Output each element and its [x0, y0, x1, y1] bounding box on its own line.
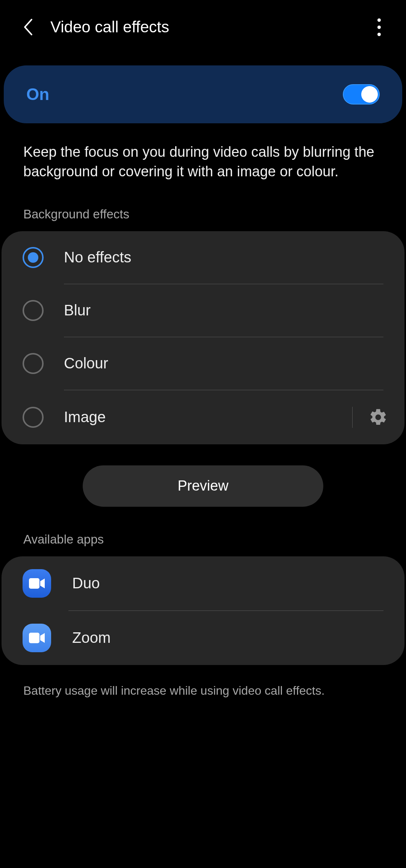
footer-note: Battery usage will increase while using … [0, 665, 406, 698]
back-button[interactable] [20, 20, 35, 35]
available-apps-card: Duo Zoom [2, 556, 404, 665]
radio-row-colour[interactable]: Colour [2, 337, 404, 390]
radio-row-image[interactable]: Image [2, 390, 404, 444]
radio-label: Blur [64, 302, 383, 319]
section-header-available-apps: Available apps [0, 507, 406, 554]
video-camera-icon [29, 632, 45, 644]
section-header-background-effects: Background effects [0, 182, 406, 229]
svg-rect-1 [29, 633, 39, 643]
radio-button[interactable] [23, 407, 44, 428]
radio-button[interactable] [23, 300, 44, 321]
more-options-button[interactable] [370, 15, 388, 39]
duo-app-icon [23, 569, 51, 598]
header: Video call effects [0, 0, 406, 54]
gear-icon [368, 407, 388, 427]
app-row-zoom[interactable]: Zoom [2, 611, 404, 665]
radio-row-blur[interactable]: Blur [2, 284, 404, 337]
master-toggle-label: On [26, 85, 49, 104]
app-label: Duo [72, 575, 100, 592]
vertical-divider [352, 407, 353, 428]
app-label: Zoom [72, 629, 111, 646]
feature-description: Keep the focus on you during video calls… [0, 123, 406, 182]
page-title: Video call effects [50, 18, 370, 36]
background-effects-card: No effects Blur Colour Image [2, 231, 404, 444]
chevron-left-icon [23, 18, 33, 36]
zoom-app-icon [23, 624, 51, 652]
svg-rect-0 [29, 578, 39, 589]
app-row-duo[interactable]: Duo [2, 556, 404, 610]
radio-button[interactable] [23, 353, 44, 374]
radio-row-no-effects[interactable]: No effects [2, 231, 404, 284]
radio-label: No effects [64, 249, 383, 266]
switch-thumb [361, 86, 378, 103]
master-toggle-row[interactable]: On [4, 65, 402, 123]
preview-button-label: Preview [177, 478, 228, 494]
radio-label: Image [64, 409, 338, 426]
image-settings-button[interactable] [367, 406, 389, 429]
master-toggle-switch[interactable] [343, 84, 380, 105]
more-options-icon [377, 18, 381, 22]
radio-label: Colour [64, 355, 383, 372]
video-camera-icon [29, 577, 45, 589]
radio-button[interactable] [23, 247, 44, 268]
preview-button[interactable]: Preview [83, 465, 323, 507]
